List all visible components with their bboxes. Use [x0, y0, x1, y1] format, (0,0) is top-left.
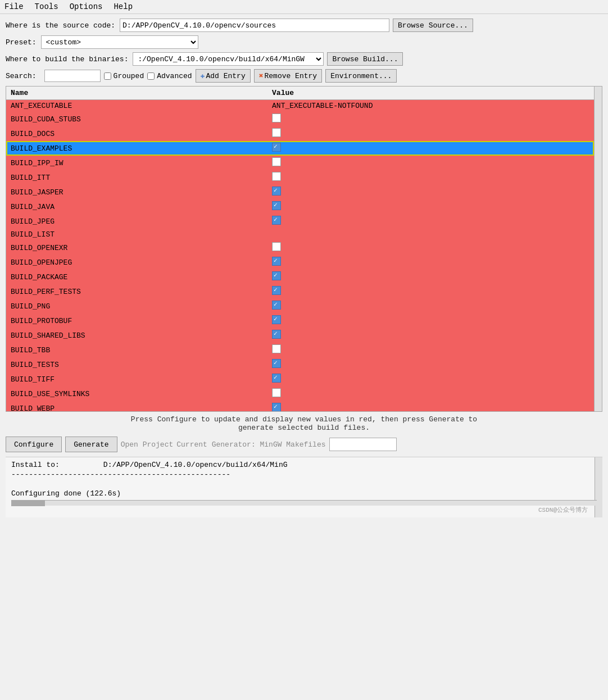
environment-button[interactable]: Environment...: [325, 69, 397, 83]
checked-box-icon[interactable]: [272, 187, 281, 196]
table-row-name[interactable]: BUILD_CUDA_STUBS: [6, 112, 267, 126]
table-row-value[interactable]: ANT_EXECUTABLE-NOTFOUND: [267, 100, 594, 112]
table-row-value[interactable]: [267, 229, 594, 240]
unchecked-box-icon[interactable]: [272, 388, 281, 397]
table-row-name[interactable]: BUILD_LIST: [6, 229, 267, 240]
table-row-value[interactable]: [267, 112, 594, 126]
table-row-name[interactable]: BUILD_JASPER: [6, 185, 267, 199]
table-row-name[interactable]: BUILD_ITT: [6, 170, 267, 185]
unchecked-box-icon[interactable]: [272, 242, 281, 251]
menu-file[interactable]: File: [4, 2, 24, 11]
table-row-name[interactable]: BUILD_TIFF: [6, 372, 267, 387]
watermark: CSDN@公众号博方: [11, 506, 588, 514]
build-label: Where to build the binaries:: [6, 55, 128, 63]
table-row-name[interactable]: ANT_EXECUTABLE: [6, 100, 267, 112]
table-row-name[interactable]: BUILD_EXAMPLES: [6, 141, 267, 156]
add-entry-button[interactable]: ✚Add Entry: [196, 69, 251, 83]
table-row-name[interactable]: BUILD_OPENEXR: [6, 240, 267, 255]
table-row-value[interactable]: [267, 401, 594, 411]
advanced-label[interactable]: Advanced: [147, 72, 192, 80]
table-row-value[interactable]: [267, 240, 594, 255]
table-row-value[interactable]: [267, 313, 594, 328]
table-row-value[interactable]: [267, 328, 594, 343]
grouped-label[interactable]: Grouped: [104, 72, 144, 80]
output-line4: [11, 480, 597, 488]
unchecked-box-icon[interactable]: [272, 128, 281, 137]
table-row-name[interactable]: BUILD_TBB: [6, 343, 267, 357]
table-row-value[interactable]: [267, 170, 594, 185]
generate-button[interactable]: Generate: [65, 437, 117, 452]
unchecked-box-icon[interactable]: [272, 172, 281, 181]
checked-box-icon[interactable]: [272, 143, 281, 152]
table-scrollbar[interactable]: [594, 87, 602, 411]
unchecked-box-icon[interactable]: [272, 113, 281, 122]
search-label: Search:: [6, 72, 37, 80]
menu-tools[interactable]: Tools: [35, 2, 58, 11]
table-row-name[interactable]: BUILD_IPP_IW: [6, 156, 267, 170]
checked-box-icon[interactable]: [272, 403, 281, 411]
table-row-name[interactable]: BUILD_PACKAGE: [6, 270, 267, 284]
table-row-name[interactable]: BUILD_JPEG: [6, 214, 267, 229]
unchecked-box-icon[interactable]: [272, 157, 281, 166]
search-input[interactable]: [44, 70, 101, 82]
checked-box-icon[interactable]: [272, 216, 281, 225]
col-name: Name: [6, 87, 267, 100]
output-hscrollbar[interactable]: [11, 500, 597, 506]
x-icon: ✖: [259, 72, 264, 80]
output-hscrollbar-thumb[interactable]: [11, 501, 45, 506]
table-row-value[interactable]: [267, 214, 594, 229]
table-row-value[interactable]: [267, 156, 594, 170]
build-select[interactable]: :/OpenCV_4.10.0/opencv/build/x64/MinGW: [133, 52, 324, 66]
checked-box-icon[interactable]: [272, 374, 281, 383]
output-scrollbar[interactable]: [595, 457, 602, 517]
preset-select[interactable]: <custom>: [41, 35, 198, 49]
menu-help[interactable]: Help: [114, 2, 133, 11]
checked-box-icon[interactable]: [272, 359, 281, 368]
menu-options[interactable]: Options: [70, 2, 103, 11]
remove-entry-button[interactable]: ✖Remove Entry: [254, 69, 322, 83]
checked-box-icon[interactable]: [272, 330, 281, 339]
output-panel: Install to: D:/APP/OpenCV_4.10.0/opencv/…: [6, 457, 602, 517]
checked-box-icon[interactable]: [272, 201, 281, 210]
grouped-checkbox[interactable]: [104, 72, 111, 80]
table-row-name[interactable]: BUILD_TESTS: [6, 357, 267, 372]
checked-box-icon[interactable]: [272, 286, 281, 295]
browse-build-button[interactable]: Browse Build...: [327, 52, 403, 66]
table-row-name[interactable]: BUILD_PERF_TESTS: [6, 284, 267, 299]
unchecked-box-icon[interactable]: [272, 344, 281, 353]
browse-source-button[interactable]: Browse Source...: [393, 19, 473, 32]
table-row-value[interactable]: [267, 255, 594, 270]
checked-box-icon[interactable]: [272, 315, 281, 324]
current-generator-label: Current Generator: MinGW Makefiles: [176, 440, 325, 449]
source-row: Where is the source code: Browse Source.…: [6, 19, 602, 32]
advanced-checkbox[interactable]: [147, 72, 155, 80]
table-row-value[interactable]: [267, 343, 594, 357]
source-input[interactable]: [120, 19, 389, 32]
table-row-value[interactable]: [267, 199, 594, 214]
table-inner[interactable]: Name Value ANT_EXECUTABLEANT_EXECUTABLE-…: [6, 87, 594, 411]
table-row-name[interactable]: BUILD_WEBP: [6, 401, 267, 411]
table-row-value[interactable]: [267, 299, 594, 313]
table-row-value[interactable]: [267, 372, 594, 387]
checked-box-icon[interactable]: [272, 257, 281, 266]
table-row-value[interactable]: [267, 185, 594, 199]
table-row-name[interactable]: BUILD_OPENJPEG: [6, 255, 267, 270]
table-row-value[interactable]: [267, 141, 594, 156]
table-row-value[interactable]: [267, 284, 594, 299]
open-project-label: Open Project: [121, 440, 174, 449]
checked-box-icon[interactable]: [272, 271, 281, 280]
table-row-name[interactable]: BUILD_USE_SYMLINKS: [6, 387, 267, 401]
toolbar-row: Search: Grouped Advanced ✚Add Entry ✖Rem…: [6, 69, 602, 83]
table-row-name[interactable]: BUILD_SHARED_LIBS: [6, 328, 267, 343]
table-row-value[interactable]: [267, 126, 594, 141]
generator-input[interactable]: [329, 438, 397, 451]
configure-button[interactable]: Configure: [6, 437, 62, 452]
table-row-value[interactable]: [267, 270, 594, 284]
checked-box-icon[interactable]: [272, 301, 281, 310]
table-row-name[interactable]: BUILD_DOCS: [6, 126, 267, 141]
table-row-name[interactable]: BUILD_JAVA: [6, 199, 267, 214]
table-row-value[interactable]: [267, 387, 594, 401]
table-row-value[interactable]: [267, 357, 594, 372]
table-row-name[interactable]: BUILD_PROTOBUF: [6, 313, 267, 328]
table-row-name[interactable]: BUILD_PNG: [6, 299, 267, 313]
